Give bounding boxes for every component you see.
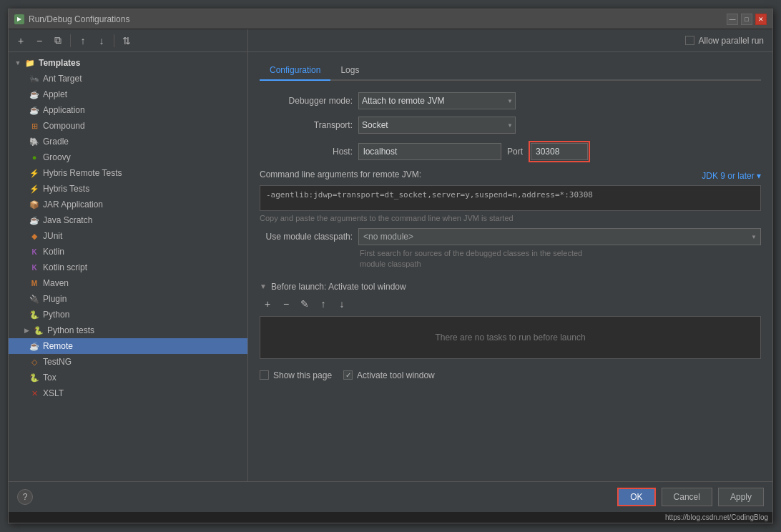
tree-item-junit[interactable]: ◆ JUnit xyxy=(9,228,247,244)
help-button[interactable]: ? xyxy=(17,489,33,505)
tree-item-label: Python xyxy=(43,310,69,320)
right-header: Allow parallel run xyxy=(248,29,772,52)
tree-root-templates[interactable]: ▼ 📁 Templates xyxy=(9,55,247,71)
activate-window-checkbox[interactable]: ✓ xyxy=(343,370,353,380)
activate-window-label: Activate tool window xyxy=(357,370,435,380)
move-down-button[interactable]: ↓ xyxy=(94,33,109,49)
copy-config-button[interactable]: ⧉ xyxy=(50,33,66,49)
ant-icon: 🐜 xyxy=(29,73,40,84)
move-up-button[interactable]: ↑ xyxy=(75,33,91,49)
debugger-mode-select[interactable]: Attach to remote JVM Listen to remote JV… xyxy=(358,92,516,109)
tree-item-kotlin-script[interactable]: K Kotlin script xyxy=(9,260,247,275)
compound-icon: ⊞ xyxy=(29,120,40,132)
tree-item-label: Remote xyxy=(43,341,73,351)
right-panel: Allow parallel run Configuration Logs De… xyxy=(248,29,772,481)
tree-item-testng[interactable]: ◇ TestNG xyxy=(9,354,247,370)
tree-item-kotlin[interactable]: K Kotlin xyxy=(9,244,247,260)
tree-item-ant[interactable]: 🐜 Ant Target xyxy=(9,71,247,87)
tab-logs[interactable]: Logs xyxy=(330,61,369,81)
tree-item-tox[interactable]: 🐍 Tox xyxy=(9,370,247,385)
jar-icon: 📦 xyxy=(29,199,40,210)
module-select-wrapper: <no module> ▼ xyxy=(358,228,761,245)
tree-item-maven[interactable]: M Maven xyxy=(9,275,247,291)
tree-item-xslt[interactable]: ✕ XSLT xyxy=(9,385,247,401)
java-scratch-icon: ☕ xyxy=(29,215,40,226)
tree-item-gradle[interactable]: 🐘 Gradle xyxy=(9,134,247,149)
tree-item-label: Gradle xyxy=(43,137,69,147)
before-launch-expand[interactable]: ▼ xyxy=(260,282,267,290)
python-icon: 🐍 xyxy=(29,309,40,320)
maximize-button[interactable]: □ xyxy=(741,14,752,25)
tree-item-label: TestNG xyxy=(43,357,72,367)
launch-up-button[interactable]: ↑ xyxy=(315,296,331,312)
plugin-icon: 🔌 xyxy=(29,293,40,305)
module-select[interactable]: <no module> xyxy=(358,228,761,245)
add-config-button[interactable]: + xyxy=(13,33,29,49)
cmd-section: Command line arguments for remote JVM: J… xyxy=(260,169,761,222)
tree-item-compound[interactable]: ⊞ Compound xyxy=(9,118,247,134)
run-debug-dialog: ▶ Run/Debug Configurations — □ ✕ + − ⧉ ↑… xyxy=(8,9,773,523)
tree-item-hybris[interactable]: ⚡ Hybris Tests xyxy=(9,181,247,197)
config-tree: ▼ 📁 Templates 🐜 Ant Target ☕ Applet ☕ Ap… xyxy=(9,52,247,481)
launch-task-table: There are no tasks to run before launch xyxy=(260,316,761,359)
module-classpath-row: Use module classpath: <no module> ▼ xyxy=(260,228,761,245)
expand-icon-python-tests: ▶ xyxy=(23,327,30,334)
transport-select[interactable]: Socket Shared memory xyxy=(358,117,516,134)
show-page-option[interactable]: Show this page xyxy=(260,370,332,380)
tree-item-label: Maven xyxy=(43,278,69,288)
show-page-checkbox[interactable] xyxy=(260,370,269,380)
gradle-icon: 🐘 xyxy=(29,136,40,147)
launch-edit-button[interactable]: ✎ xyxy=(297,296,313,312)
tree-item-jar[interactable]: 📦 JAR Application xyxy=(9,197,247,212)
cancel-button[interactable]: Cancel xyxy=(662,488,712,506)
jdk-link[interactable]: JDK 9 or later ▾ xyxy=(702,171,761,181)
tree-item-hybris-remote[interactable]: ⚡ Hybris Remote Tests xyxy=(9,165,247,181)
dialog-footer: ? OK Cancel Apply xyxy=(9,481,772,512)
tree-item-label: JUnit xyxy=(43,231,62,241)
tree-item-applet[interactable]: ☕ Applet xyxy=(9,87,247,102)
cmd-hint: Copy and paste the arguments to the comm… xyxy=(260,214,761,222)
right-content: Configuration Logs Debugger mode: Attach… xyxy=(248,52,772,481)
minimize-button[interactable]: — xyxy=(727,14,738,25)
templates-icon: 📁 xyxy=(24,57,36,69)
tree-item-label: Hybris Tests xyxy=(43,184,89,194)
tree-item-python-tests[interactable]: ▶ 🐍 Python tests xyxy=(9,322,247,338)
close-button[interactable]: ✕ xyxy=(755,14,767,25)
launch-down-button[interactable]: ↓ xyxy=(334,296,350,312)
xslt-icon: ✕ xyxy=(29,388,40,399)
port-label: Port xyxy=(507,147,523,157)
tab-configuration[interactable]: Configuration xyxy=(260,61,330,81)
apply-button[interactable]: Apply xyxy=(718,488,764,506)
main-content: + − ⧉ ↑ ↓ ⇅ ▼ 📁 Templates 🐜 Ant Target xyxy=(9,29,772,481)
tree-item-label: Java Scratch xyxy=(43,215,92,225)
debugger-mode-label: Debugger mode: xyxy=(260,96,353,106)
tree-item-python[interactable]: 🐍 Python xyxy=(9,307,247,322)
host-input[interactable] xyxy=(358,143,501,160)
expand-icon-templates: ▼ xyxy=(14,59,21,66)
toolbar-divider-2 xyxy=(114,34,114,47)
activate-window-option[interactable]: ✓ Activate tool window xyxy=(343,370,435,380)
port-input[interactable] xyxy=(531,143,588,160)
ok-button[interactable]: OK xyxy=(617,488,655,506)
bottom-options: Show this page ✓ Activate tool window xyxy=(260,370,761,380)
remove-config-button[interactable]: − xyxy=(31,33,47,49)
before-launch-label: Before launch: Activate tool window xyxy=(271,282,406,292)
allow-parallel-checkbox[interactable] xyxy=(685,36,694,45)
debugger-mode-row: Debugger mode: Attach to remote JVM List… xyxy=(260,92,761,109)
tree-item-label: Groovy xyxy=(43,152,71,162)
tree-item-remote[interactable]: ☕ Remote xyxy=(9,338,247,354)
remote-icon: ☕ xyxy=(29,340,40,352)
config-tabs: Configuration Logs xyxy=(260,61,761,81)
launch-add-button[interactable]: + xyxy=(260,296,275,312)
tree-item-plugin[interactable]: 🔌 Plugin xyxy=(9,291,247,307)
allow-parallel-option: Allow parallel run xyxy=(685,36,764,46)
tree-item-groovy[interactable]: ● Groovy xyxy=(9,149,247,165)
sort-button[interactable]: ⇅ xyxy=(119,33,134,49)
port-input-wrapper xyxy=(529,141,590,162)
launch-remove-button[interactable]: − xyxy=(278,296,294,312)
cmd-header: Command line arguments for remote JVM: J… xyxy=(260,169,761,182)
tree-item-application[interactable]: ☕ Application xyxy=(9,102,247,118)
tree-item-java-scratch[interactable]: ☕ Java Scratch xyxy=(9,212,247,228)
host-label: Host: xyxy=(260,147,353,157)
allow-parallel-label: Allow parallel run xyxy=(699,36,764,46)
